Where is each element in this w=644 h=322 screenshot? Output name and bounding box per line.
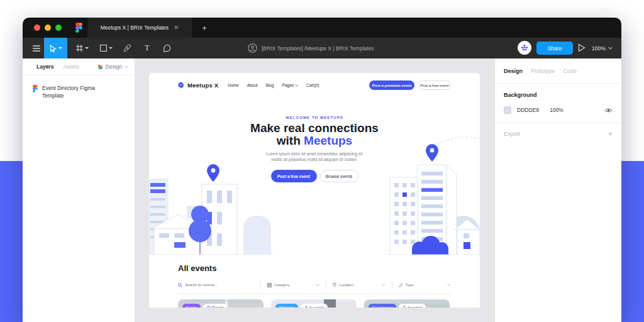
shape-tool-button[interactable] [98, 38, 114, 58]
category-badge: Marketing [275, 304, 298, 308]
minimize-window-button[interactable] [45, 25, 51, 31]
event-card-development[interactable]: Development In person [364, 299, 450, 308]
tab-prototype[interactable]: Prototype [531, 68, 555, 74]
color-hex-value[interactable]: DDDDE9 [517, 107, 550, 113]
card-badges: Design Remote [182, 304, 228, 308]
collaborator-avatar-icon [248, 43, 257, 53]
location-filter-label: Location [339, 283, 353, 287]
play-icon [578, 43, 586, 52]
person-icon [304, 306, 308, 308]
zoom-menu[interactable]: 100% [592, 38, 613, 58]
text-tool-button[interactable]: T [141, 38, 153, 58]
hero-subtext-line1: Lorem ipsum dolor sit amet consectetur a… [149, 151, 480, 157]
close-window-button[interactable] [34, 25, 40, 31]
type-filter-label: Type [406, 283, 414, 287]
add-export-button[interactable]: + [608, 131, 613, 137]
mode-badge: In person [399, 304, 426, 308]
hero-heading-with: with [277, 134, 301, 147]
filter-divider [392, 281, 392, 289]
post-premium-event-button[interactable]: Post a premium event [369, 80, 414, 90]
hero-cta-row: Post a free event Browse events [149, 170, 480, 182]
canvas[interactable]: Meetups X Home About Blog Pages Cart(0) [135, 58, 494, 322]
chevron-down-icon [295, 84, 298, 87]
design-mode-dropdown[interactable]: Design [97, 64, 128, 70]
rectangle-tool-icon [100, 45, 107, 52]
category-grid-icon [267, 283, 272, 287]
layer-row-event-directory[interactable]: Event Directory Figma Template [33, 84, 135, 99]
frame-tool-dropdown-icon[interactable] [85, 47, 89, 49]
move-tool-dropdown-icon[interactable] [58, 47, 62, 49]
hero-post-free-event-button[interactable]: Post a free event [271, 170, 317, 182]
hero-browse-events-button[interactable]: Browse events [320, 170, 358, 182]
events-title: All events [178, 264, 451, 273]
nav-blog[interactable]: Blog [266, 83, 274, 87]
tab-close-icon[interactable]: ✕ [174, 25, 179, 31]
new-tab-button[interactable]: + [199, 22, 210, 33]
present-button[interactable] [578, 43, 586, 52]
figma-file-icon [33, 85, 38, 92]
events-section: All events Search for events... [149, 264, 480, 308]
file-tab[interactable]: Meetups X | BRIX Templates ✕ [87, 18, 192, 38]
search-input[interactable]: Search for events... [178, 283, 254, 287]
panel-tabs: Design Prototype Code [495, 58, 621, 84]
category-filter-label: Category [274, 283, 289, 287]
nav-pages[interactable]: Pages [282, 83, 298, 87]
share-button[interactable]: Share [536, 42, 573, 55]
hero-kicker: WELCOME TO MEETUPS [149, 97, 480, 119]
pen-tool-button[interactable] [121, 38, 133, 58]
team-avatar[interactable] [518, 41, 531, 55]
background-section: Background DDDDE9 100% [495, 84, 621, 123]
opacity-value[interactable]: 100% [550, 107, 564, 113]
mode-badge: In person [301, 304, 328, 308]
filter-divider [260, 281, 261, 289]
properties-panel: Design Prototype Code Background DDDDE9 … [494, 58, 621, 322]
export-section-title: Export [504, 131, 520, 137]
hamburger-icon [33, 45, 40, 52]
pencil-icon [399, 283, 403, 287]
post-free-event-button[interactable]: Post a free event [418, 80, 451, 90]
file-breadcrumb[interactable]: [BRIX Templates] /Meetups X | BRIX Templ… [248, 38, 374, 58]
mode-badge-label: In person [309, 306, 324, 308]
website-frame[interactable]: Meetups X Home About Blog Pages Cart(0) [149, 73, 480, 308]
category-badge: Development [369, 304, 396, 308]
tab-assets[interactable]: Assets [63, 64, 79, 70]
brand-name: Meetups X [187, 82, 218, 89]
site-header: Meetups X Home About Blog Pages Cart(0) [149, 73, 480, 97]
mode-badge: Remote [203, 304, 228, 308]
color-swatch[interactable] [504, 106, 511, 114]
location-filter[interactable]: Location [333, 282, 385, 287]
layers-panel: Layers Assets Design [23, 58, 135, 322]
move-tool-button[interactable] [44, 38, 67, 58]
event-card-marketing[interactable]: Marketing In person [271, 299, 357, 308]
frame-tool-button[interactable] [74, 38, 91, 58]
brix-logo-icon [518, 41, 531, 55]
nav-cart[interactable]: Cart(0) [306, 83, 319, 87]
shape-tool-dropdown-icon[interactable] [109, 47, 113, 49]
site-logo[interactable]: Meetups X [177, 82, 218, 89]
chevron-down-icon [125, 65, 128, 68]
maximize-window-button[interactable] [55, 25, 62, 31]
file-tab-title: Meetups X | BRIX Templates [101, 25, 169, 31]
visibility-toggle[interactable] [604, 108, 613, 113]
category-filter[interactable]: Category [267, 283, 319, 287]
traffic-lights [34, 25, 62, 31]
nav-about[interactable]: About [247, 83, 258, 87]
main-menu-button[interactable] [30, 38, 43, 58]
eye-icon [604, 108, 613, 113]
tab-design[interactable]: Design [504, 68, 523, 74]
event-card-design[interactable]: Design Remote [178, 299, 264, 308]
chevron-down-icon [608, 47, 613, 50]
location-pin-icon [333, 282, 336, 287]
comment-tool-button[interactable] [160, 38, 174, 58]
mode-badge-label: Remote [212, 306, 224, 308]
hero-subtext-line2: mattis sit phasellus mollis sit aliquam … [149, 157, 480, 162]
hero-heading: Make real connections with Meetups [149, 122, 480, 147]
nav-home[interactable]: Home [228, 83, 238, 87]
hero-section: WELCOME TO MEETUPS Make real connections… [149, 97, 480, 255]
type-filter[interactable]: Type [399, 283, 451, 287]
design-mode-label: Design [106, 64, 122, 70]
tab-layers[interactable]: Layers [36, 64, 53, 70]
meetups-logo-icon [177, 82, 185, 89]
export-section: Export + [495, 123, 621, 145]
tab-code[interactable]: Code [564, 68, 577, 74]
